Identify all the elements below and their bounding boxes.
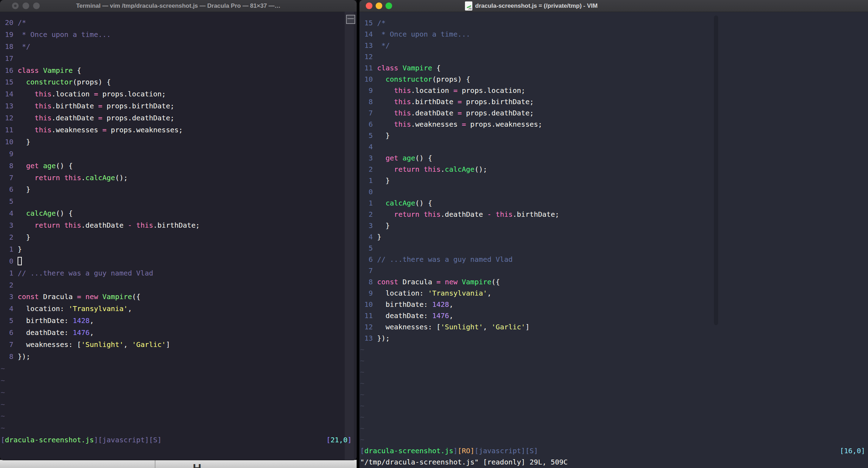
- code-line: 15 constructor(props) {: [1, 76, 357, 88]
- code-line: 2 }: [1, 232, 357, 244]
- line-number: 13: [360, 41, 377, 50]
- code-line: 14 * Once upon a time...: [360, 29, 868, 40]
- line-number: 1: [1, 269, 18, 277]
- line-number: 8: [1, 352, 18, 361]
- code-line: 2 return this.deathDate - this.birthDate…: [360, 209, 868, 220]
- line-number: 6: [1, 185, 18, 194]
- vim-statusline: [dracula-screenshot.js][javascript][S][2…: [1, 434, 357, 446]
- line-number: 2: [1, 281, 18, 289]
- window-minimize-icon[interactable]: [23, 2, 29, 9]
- code-line: 1 calcAge() {: [360, 197, 868, 209]
- code-line: 3 }: [360, 220, 868, 231]
- empty-line-tilde: ~: [360, 411, 868, 423]
- code-line: 4: [360, 141, 868, 152]
- code-line: 2 return this.calcAge();: [360, 164, 868, 175]
- line-number: 2: [360, 210, 377, 219]
- terminal-window: Terminal — vim /tmp/dracula-screenshot.j…: [0, 0, 357, 460]
- line-number: 11: [360, 64, 377, 72]
- code-line: 12 this.deathDate = props.deathDate;: [1, 112, 357, 124]
- code-line: 6 deathDate: 1476,: [1, 327, 357, 339]
- line-number: 7: [360, 109, 377, 117]
- line-number: 18: [1, 42, 18, 51]
- line-number: 5: [360, 131, 377, 140]
- line-number: 1: [360, 176, 377, 185]
- line-number: 12: [360, 52, 377, 61]
- line-number: 2: [1, 233, 18, 241]
- code-line: 3 return this.deathDate - this.birthDate…: [1, 220, 357, 232]
- line-number: 10: [360, 300, 377, 309]
- line-number: 7: [1, 173, 18, 182]
- empty-line-tilde: ~: [360, 366, 868, 378]
- window-minimize-icon[interactable]: [376, 2, 382, 9]
- code-line: 13 this.birthDate = props.birthDate;: [1, 100, 357, 112]
- window-close-icon[interactable]: [366, 2, 372, 9]
- macvim-window: JS dracula-screenshot.js = (/private/tmp…: [359, 0, 868, 468]
- line-number: 8: [1, 162, 18, 170]
- line-number: 2: [360, 165, 377, 173]
- line-number: 4: [360, 233, 377, 241]
- empty-line-tilde: ~: [1, 399, 357, 411]
- line-number: 15: [1, 78, 18, 86]
- empty-line-tilde: ~: [1, 363, 357, 375]
- line-number: 4: [1, 209, 18, 217]
- code-line: 6 this.weaknesses = props.weaknesses;: [360, 119, 868, 130]
- vim-statusline: [dracula-screenshot.js][RO][javascript][…: [360, 445, 868, 456]
- window-zoom-icon[interactable]: [385, 2, 392, 9]
- code-line: 3 const Dracula = new Vampire({: [1, 291, 357, 303]
- vim-ruler: [21,0]: [326, 434, 352, 446]
- code-line: 8 const Dracula = new Vampire({: [360, 276, 868, 287]
- line-number: 13: [360, 334, 377, 342]
- vim-command-line: [1, 446, 357, 458]
- code-line: 11 deathDate: 1476,: [360, 310, 868, 321]
- vim-buffer-right[interactable]: 15 /* 14 * Once upon a time... 13 */ 12 …: [359, 12, 868, 468]
- code-line: 9 location: 'Transylvania',: [360, 287, 868, 299]
- empty-line-tilde: ~: [360, 434, 868, 445]
- line-number: 11: [360, 311, 377, 320]
- empty-line-tilde: ~: [360, 400, 868, 411]
- code-line: 7 this.deathDate = props.deathDate;: [360, 107, 868, 119]
- js-file-icon: JS: [465, 1, 472, 11]
- code-line: 0: [360, 186, 868, 197]
- line-number: 0: [360, 188, 377, 196]
- code-line: 19 * Once upon a time...: [1, 29, 357, 41]
- background-window-strip: H: [0, 460, 357, 468]
- code-line: 1 }: [360, 175, 868, 186]
- code-line: 4 location: 'Transylvania',: [1, 303, 357, 315]
- line-number: 6: [360, 120, 377, 128]
- vim-buffer-left[interactable]: 20 /* 19 * Once upon a time... 18 */ 17 …: [0, 12, 357, 460]
- code-line: 1 // ...there was a guy named Vlad: [1, 267, 357, 279]
- line-number: 4: [360, 143, 377, 151]
- window-close-icon[interactable]: [12, 2, 19, 9]
- line-number: 15: [360, 19, 377, 27]
- background-partial-text: H: [193, 461, 202, 468]
- terminal-window-title: Terminal — vim /tmp/dracula-screenshot.j…: [76, 2, 280, 10]
- line-number: 3: [1, 292, 18, 301]
- macvim-titlebar[interactable]: JS dracula-screenshot.js = (/private/tmp…: [359, 0, 868, 12]
- line-number: 1: [360, 199, 377, 207]
- code-line: 8 get age() {: [1, 160, 357, 172]
- line-number: 14: [360, 30, 377, 38]
- line-number: 3: [360, 154, 377, 162]
- line-number: 9: [1, 150, 18, 158]
- line-number: 3: [360, 221, 377, 230]
- macvim-window-title: dracula-screenshot.js = (/private/tmp) -…: [475, 2, 598, 10]
- empty-line-tilde: ~: [1, 410, 357, 422]
- empty-line-tilde: ~: [360, 344, 868, 355]
- line-number: 5: [360, 244, 377, 252]
- code-line: 8 });: [1, 351, 357, 363]
- terminal-titlebar[interactable]: Terminal — vim /tmp/dracula-screenshot.j…: [0, 0, 357, 12]
- window-zoom-icon[interactable]: [33, 2, 40, 9]
- window-gap: [357, 0, 359, 468]
- code-line: 20 /*: [1, 17, 357, 29]
- line-number: 12: [1, 114, 18, 122]
- code-line: 18 */: [1, 41, 357, 53]
- empty-line-tilde: ~: [360, 389, 868, 400]
- code-line: 3 get age() {: [360, 152, 868, 164]
- line-number: 11: [1, 126, 18, 134]
- line-number: 6: [1, 328, 18, 337]
- line-number: 16: [1, 66, 18, 75]
- code-line: 0: [1, 255, 357, 267]
- line-number: 4: [1, 304, 18, 313]
- line-number: 20: [1, 18, 18, 27]
- line-number: 5: [1, 197, 18, 205]
